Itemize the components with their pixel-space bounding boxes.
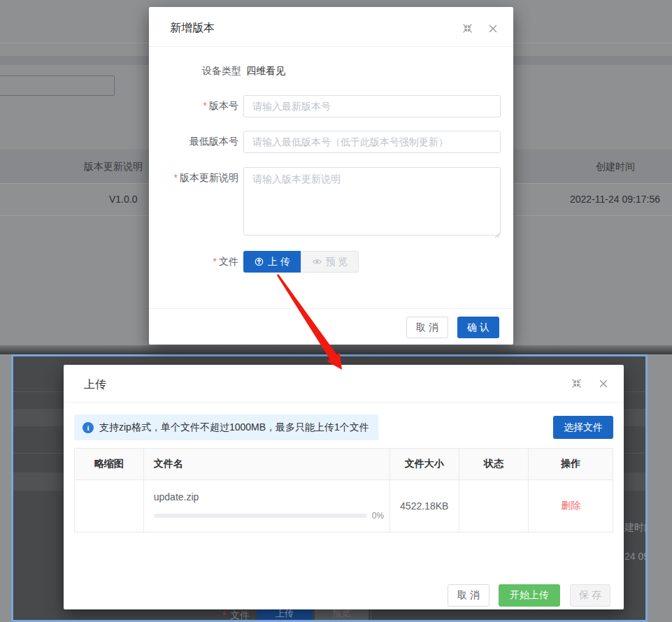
cell-thumbnail (75, 480, 144, 532)
upload-progress: 0% (154, 511, 384, 521)
version-label: *版本号 (203, 100, 238, 113)
upload-file-table: 略缩图 文件名 文件大小 状态 操作 update.zip 0% (74, 448, 613, 533)
background-transition-strip (0, 345, 672, 354)
highlighted-screenshot-region: 建时间 24 09 * 文件 上传 预览 上传 (11, 354, 648, 622)
upload-modal: 上传 i 支持zip格式，单个文件不超过1000 (64, 365, 624, 609)
column-header-filename: 文件名 (144, 449, 390, 479)
upload-icon (254, 256, 264, 267)
column-header-filesize: 文件大小 (390, 449, 459, 479)
dimmed-column-header-changelog: 版本更新说明 (84, 161, 143, 173)
add-version-cancel-button[interactable]: 取 消 (406, 317, 448, 338)
upload-cancel-button[interactable]: 取 消 (448, 584, 489, 607)
info-icon: i (83, 422, 94, 433)
dimmed-cell-version: V1.0.0 (109, 194, 137, 205)
fullscreen-toggle-icon[interactable] (571, 378, 582, 389)
progress-label: 0% (372, 511, 384, 521)
footer-divider (149, 308, 513, 309)
cell-action: 删除 (529, 480, 613, 532)
table-header-row: 略缩图 文件名 文件大小 状态 操作 (75, 449, 613, 480)
required-mark: * (174, 172, 178, 183)
cell-filesize: 4522.18KB (390, 480, 459, 532)
add-version-confirm-button[interactable]: 确 认 (457, 317, 499, 338)
upload-modal-header: 上传 (64, 365, 624, 403)
upload-hint-alert: i 支持zip格式，单个文件不超过1000MB，最多只能上传1个文件 (74, 414, 378, 440)
save-button[interactable]: 保 存 (570, 584, 610, 607)
file-preview-button[interactable]: 预 览 (301, 251, 359, 273)
screenshot-root: 版本更新说明 创建时间 V1.0.0 2022-11-24 09:17:56 建… (0, 0, 672, 622)
device-type-label: 设备类型 (202, 65, 241, 78)
version-input[interactable] (243, 95, 501, 117)
upload-hint-text: 支持zip格式，单个文件不超过1000MB，最多只能上传1个文件 (99, 421, 369, 434)
add-version-modal-header: 新增版本 (149, 7, 513, 47)
start-upload-button[interactable]: 开始上传 (499, 584, 560, 607)
changelog-textarea[interactable] (243, 167, 501, 236)
eye-icon (312, 256, 322, 267)
dimmed-column-header-created: 创建时间 (596, 161, 635, 173)
required-mark: * (213, 256, 217, 267)
file-upload-button[interactable]: 上 传 (243, 251, 301, 273)
dimmed-file-label: 文件 (230, 609, 250, 622)
dimmed-partial-text-date: 24 09 (624, 551, 648, 562)
min-version-input[interactable] (243, 131, 501, 153)
column-header-status: 状态 (459, 449, 529, 479)
dimmed-partial-text-created-header: 建时间 (624, 521, 648, 534)
dimmed-cell-created-at: 2022-11-24 09:17:56 (570, 194, 660, 205)
changelog-label: *版本更新说明 (174, 172, 238, 185)
select-file-button[interactable]: 选择文件 (553, 416, 613, 439)
min-version-label: 最低版本号 (190, 136, 238, 148)
column-header-action: 操作 (529, 449, 613, 479)
fullscreen-toggle-icon[interactable] (462, 23, 473, 34)
add-version-modal-title: 新增版本 (170, 21, 215, 36)
dimmed-required-mark: * (222, 609, 226, 621)
cell-status (459, 480, 529, 532)
progress-track (154, 514, 367, 518)
upload-modal-title: 上传 (84, 377, 106, 392)
device-type-value: 四维看见 (246, 65, 285, 78)
filename-text: update.zip (154, 491, 199, 502)
file-label: *文件 (213, 256, 238, 268)
close-icon[interactable] (599, 379, 610, 390)
required-mark: * (203, 100, 207, 111)
column-header-thumbnail: 略缩图 (75, 449, 144, 479)
delete-link[interactable]: 删除 (561, 500, 580, 512)
add-version-modal: 新增版本 设备类型 四维看见 *版本号 最低版本号 (149, 7, 513, 345)
cell-filename: update.zip 0% (144, 480, 390, 532)
dimmed-search-input (0, 75, 115, 96)
close-icon[interactable] (488, 24, 499, 35)
table-row: update.zip 0% 4522.18KB 删除 (75, 480, 613, 533)
